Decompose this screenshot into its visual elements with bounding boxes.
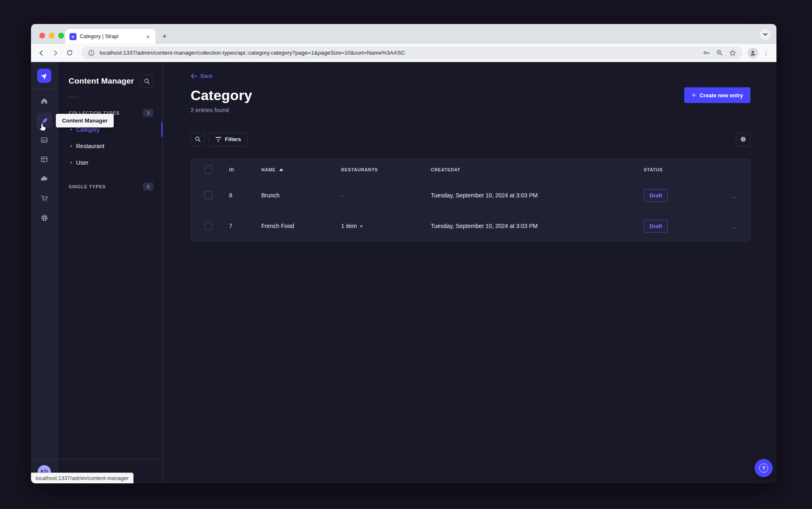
strapi-favicon-icon: ➤ [69, 33, 76, 40]
help-button[interactable]: ? [755, 459, 773, 477]
forward-nav-icon[interactable] [49, 47, 62, 59]
cloud-icon [40, 174, 49, 183]
row-checkbox[interactable] [204, 191, 213, 199]
sort-ascending-icon [279, 168, 283, 171]
subnav-bottom-divider [58, 459, 162, 459]
subnav-item-label: Restaurant [76, 143, 104, 149]
nav-marketplace-button[interactable] [36, 190, 52, 206]
search-icon [144, 78, 150, 84]
nav-media-library-button[interactable] [36, 132, 52, 148]
gear-icon [40, 214, 49, 222]
gear-icon [740, 136, 747, 143]
bookmark-star-icon[interactable] [728, 48, 738, 58]
tab-search-button[interactable] [760, 29, 771, 40]
status-badge: Draft [644, 189, 668, 202]
tab-strip: ➤ Category | Strapi × + [31, 24, 776, 44]
subnav-item-restaurant[interactable]: Restaurant [58, 138, 162, 154]
column-header-status[interactable]: STATUS [644, 167, 726, 172]
content-manager-tooltip: Content Manager [56, 114, 114, 127]
subnav-divider [69, 97, 79, 97]
filter-icon [215, 137, 221, 142]
question-mark-icon: ? [759, 463, 768, 473]
nav-home-button[interactable] [36, 93, 52, 109]
column-header-createdat[interactable]: CREATEDAT [431, 167, 644, 172]
single-types-count-badge: 0 [143, 182, 153, 191]
back-nav-icon[interactable] [35, 47, 48, 59]
strapi-admin: ➤ [31, 62, 776, 483]
column-header-restaurants[interactable]: RESTAURANTS [341, 167, 431, 172]
select-all-checkbox[interactable] [204, 166, 213, 174]
page-title: Category [191, 87, 252, 103]
single-types-section: SINGLE TYPES 0 [58, 182, 162, 191]
nav-deploy-cloud-button[interactable] [36, 171, 52, 187]
nav-content-type-builder-button[interactable] [36, 151, 52, 167]
chevron-down-icon [360, 226, 363, 228]
bullet-icon [70, 162, 72, 163]
media-images-icon [40, 136, 48, 144]
column-header-id[interactable]: ID [229, 167, 261, 172]
plus-icon: + [692, 91, 696, 99]
table-header-row: ID NAME RESTAURANTS CREATEDAT STATUS [191, 159, 750, 180]
filters-button[interactable]: Filters [209, 132, 248, 146]
nav-settings-button[interactable] [36, 210, 52, 226]
cell-id: 8 [229, 192, 261, 199]
cell-name: French Food [261, 223, 341, 229]
bullet-icon [70, 145, 72, 147]
single-types-label: SINGLE TYPES [69, 184, 106, 189]
view-settings-button[interactable] [736, 132, 750, 146]
row-menu-button[interactable]: … [728, 221, 740, 231]
create-new-entry-button[interactable]: + Create new entry [684, 87, 750, 103]
entries-table: ID NAME RESTAURANTS CREATEDAT STATUS 8 B… [191, 159, 750, 242]
subnav-item-label: User [76, 159, 88, 166]
home-icon [40, 97, 48, 105]
strapi-logo[interactable]: ➤ [37, 69, 51, 83]
address-bar[interactable]: localhost:1337/admin/content-manager/col… [81, 47, 743, 59]
bullet-icon [70, 129, 72, 130]
new-tab-button[interactable]: + [159, 31, 170, 42]
status-bar-link-preview: localhost:1337/admin/content-manager [31, 473, 134, 483]
browser-window: ➤ Category | Strapi × + localhost:1337/a… [31, 24, 776, 483]
subnav-search-button[interactable] [140, 74, 153, 88]
browser-profile-icon[interactable] [748, 48, 758, 58]
entries-count: 2 entries found [191, 107, 750, 113]
layout-icon [40, 155, 48, 163]
search-icon [195, 136, 201, 142]
cell-createdat: Tuesday, September 10, 2024 at 3:03 PM [431, 223, 644, 229]
nav-divider [31, 89, 57, 89]
row-checkbox[interactable] [204, 222, 213, 230]
browser-tab[interactable]: ➤ Category | Strapi × [65, 29, 155, 44]
table-row[interactable]: 8 Brunch - Tuesday, September 10, 2024 a… [191, 180, 750, 211]
column-header-name[interactable]: NAME [261, 167, 341, 172]
url-text: localhost:1337/admin/content-manager/col… [100, 50, 698, 56]
subnav-title: Content Manager [69, 77, 134, 86]
cell-createdat: Tuesday, September 10, 2024 at 3:03 PM [431, 192, 644, 199]
status-badge: Draft [644, 220, 668, 233]
zoom-page-icon[interactable] [714, 48, 724, 58]
main-content: Back Category + Create new entry 2 entri… [163, 62, 776, 483]
page-info-icon[interactable] [86, 48, 96, 58]
browser-toolbar: localhost:1337/admin/content-manager/col… [31, 44, 776, 62]
cart-icon [40, 194, 49, 203]
back-link[interactable]: Back [191, 73, 213, 79]
cell-restaurants[interactable]: 1 item [341, 223, 431, 229]
cell-id: 7 [229, 223, 261, 229]
maximize-window-button[interactable] [58, 33, 64, 38]
arrow-left-icon [191, 73, 197, 79]
collection-types-count-badge: 3 [143, 109, 153, 117]
pointer-cursor-icon [38, 122, 48, 133]
window-controls [39, 33, 64, 38]
row-menu-button[interactable]: … [728, 190, 740, 201]
tab-title: Category | Strapi [80, 34, 141, 39]
subnav-item-user[interactable]: User [58, 154, 162, 171]
cell-restaurants: - [341, 192, 431, 199]
password-key-icon[interactable] [701, 48, 711, 58]
browser-menu-icon[interactable]: ⋮ [760, 47, 772, 59]
table-row[interactable]: 7 French Food 1 item Tuesday, September … [191, 211, 750, 241]
chevron-down-icon [763, 32, 768, 37]
minimize-window-button[interactable] [49, 33, 55, 38]
search-entries-button[interactable] [191, 132, 205, 146]
tab-close-icon[interactable]: × [144, 33, 151, 41]
close-window-button[interactable] [39, 33, 45, 38]
reload-icon[interactable] [63, 47, 76, 59]
cell-name: Brunch [261, 192, 341, 199]
